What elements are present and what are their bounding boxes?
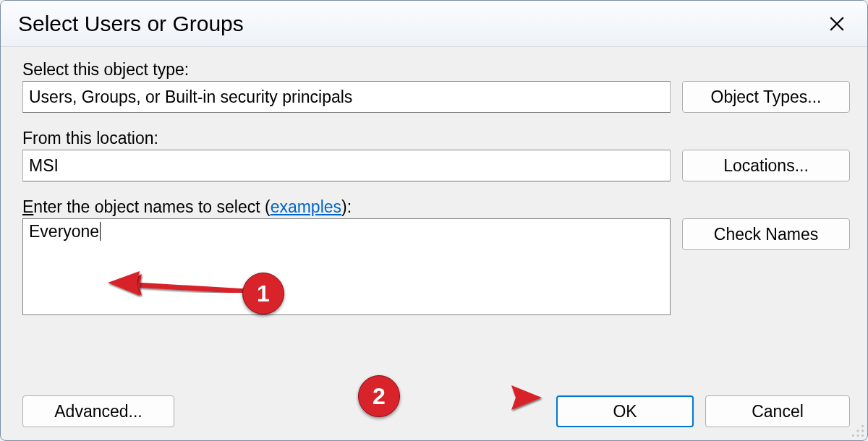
- text-caret: [100, 222, 101, 241]
- object-names-label-text: nter the object names to select (: [33, 197, 270, 216]
- titlebar: Select Users or Groups: [1, 1, 867, 47]
- svg-point-3: [861, 429, 864, 432]
- advanced-button-label: Advanced...: [54, 402, 142, 421]
- locations-button[interactable]: Locations...: [682, 150, 850, 181]
- close-icon: [830, 17, 844, 31]
- check-names-button-label: Check Names: [714, 225, 818, 244]
- object-names-value: Everyone: [29, 222, 99, 241]
- object-names-section: Enter the object names to select (exampl…: [22, 197, 850, 315]
- object-types-button-label: Object Types...: [711, 87, 822, 107]
- check-names-button[interactable]: Check Names: [682, 218, 850, 250]
- advanced-button[interactable]: Advanced...: [22, 395, 174, 427]
- object-type-section: Select this object type: Users, Groups, …: [22, 60, 850, 113]
- svg-point-6: [856, 434, 859, 437]
- location-label: From this location:: [22, 129, 850, 148]
- select-users-dialog: Select Users or Groups Select this objec…: [0, 0, 868, 441]
- object-names-input[interactable]: Everyone: [22, 218, 671, 315]
- object-type-field: Users, Groups, or Built-in security prin…: [22, 81, 671, 113]
- svg-point-4: [856, 429, 859, 432]
- locations-button-label: Locations...: [723, 156, 809, 176]
- ok-button[interactable]: OK: [556, 395, 694, 427]
- location-section: From this location: MSI Locations...: [22, 129, 850, 181]
- object-type-value: Users, Groups, or Built-in security prin…: [29, 87, 352, 107]
- ok-button-label: OK: [613, 402, 637, 421]
- object-names-accelerator: E: [22, 197, 33, 216]
- location-value: MSI: [29, 156, 59, 176]
- object-names-label: Enter the object names to select (exampl…: [22, 197, 850, 217]
- object-type-label: Select this object type:: [22, 60, 850, 80]
- object-types-button[interactable]: Object Types...: [682, 81, 850, 113]
- window-title: Select Users or Groups: [18, 12, 244, 36]
- dialog-content: Select this object type: Users, Groups, …: [1, 47, 867, 440]
- cancel-button[interactable]: Cancel: [705, 395, 850, 427]
- close-button[interactable]: [820, 9, 854, 39]
- dialog-footer: Advanced... OK Cancel: [22, 395, 850, 433]
- object-names-label-suffix: ):: [341, 197, 352, 216]
- cancel-button-label: Cancel: [752, 402, 804, 421]
- examples-link[interactable]: examples: [271, 197, 341, 216]
- location-field: MSI: [22, 150, 671, 181]
- svg-point-7: [852, 434, 854, 437]
- svg-point-2: [861, 425, 864, 427]
- resize-grip-icon[interactable]: [850, 423, 866, 439]
- svg-point-5: [861, 434, 864, 437]
